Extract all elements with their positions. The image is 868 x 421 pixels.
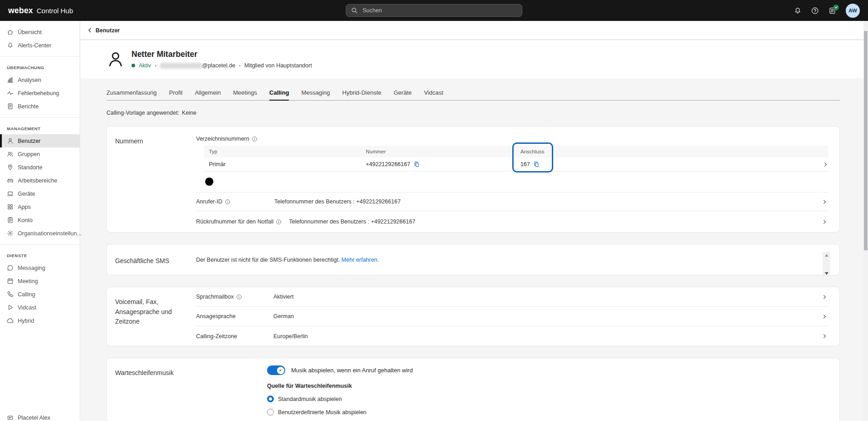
caller-id-value: Telefonnummer des Benutzers : +492212926… (274, 198, 401, 205)
card-title-numbers: Nummern (107, 127, 196, 232)
radio-button-icon[interactable] (267, 409, 274, 416)
copy-extension-icon[interactable] (533, 161, 540, 167)
pbx-icon (7, 414, 14, 421)
mini-scrollbar[interactable] (823, 252, 830, 277)
sidebar-item-konto[interactable]: Konto (0, 213, 80, 227)
tab-messaging[interactable]: Messaging (301, 89, 330, 100)
voicemail-row-sprachmailbox[interactable]: Sprachmailbox Aktiviert (196, 287, 828, 307)
tab-calling[interactable]: Calling (269, 89, 289, 100)
radio-button-icon[interactable] (267, 396, 274, 402)
row-label: Sprachmailbox (196, 294, 234, 300)
top-bar: webex Control Hub AW (0, 0, 868, 21)
global-search[interactable] (346, 4, 522, 17)
row-label: Calling-Zeitzone (196, 333, 237, 340)
tab-allgemein[interactable]: Allgemein (195, 89, 221, 100)
sidebar-item-benutzer[interactable]: Benutzer (0, 134, 80, 147)
sidebar-item-arbeitsbereiche[interactable]: Arbeitsbereiche (0, 174, 80, 187)
bell-icon (7, 42, 14, 49)
tasklist-check-icon[interactable] (828, 7, 836, 15)
page-scrollbar[interactable] (863, 21, 868, 421)
sidebar-item-label: Calling (18, 291, 35, 298)
doc-icon (7, 103, 14, 110)
webex-logo[interactable]: webex Control Hub (8, 6, 73, 15)
sidebar-item-label: Fehlerbehebung (18, 90, 59, 96)
workspace-icon (7, 177, 14, 184)
learn-more-link[interactable]: Mehr erfahren. (342, 257, 379, 263)
user-avatar-button[interactable]: AW (846, 4, 860, 18)
chevron-right-icon[interactable] (822, 199, 828, 205)
sidebar-item-ger-te[interactable]: Geräte (0, 187, 80, 200)
tab-vidcast[interactable]: Vidcast (424, 89, 443, 100)
sidebar-item-hybrid[interactable]: Hybrid (0, 314, 80, 327)
status-badge: Aktiv (139, 62, 151, 69)
home-icon (7, 29, 14, 36)
breadcrumb-back[interactable]: Benutzer (87, 27, 120, 34)
info-icon[interactable] (225, 199, 231, 205)
table-header-row: Typ Nummer Anschluss (204, 146, 828, 157)
search-input[interactable] (363, 7, 517, 14)
tab-zusammenfassung[interactable]: Zusammenfassung (106, 89, 157, 100)
chevron-right-icon[interactable] (822, 294, 828, 300)
chevron-right-icon[interactable] (823, 162, 828, 167)
chevron-right-icon[interactable] (822, 333, 828, 339)
moh-toggle[interactable] (267, 365, 285, 375)
info-icon[interactable] (236, 294, 242, 300)
moh-source-label: Quelle für Warteschleifenmusik (267, 383, 828, 389)
sidebar-item-alerts-center[interactable]: Alerts-Center (0, 39, 80, 52)
sidebar-section-title: DIENSTE (0, 249, 80, 261)
notifications-bell-icon[interactable] (794, 7, 802, 15)
scroll-down-icon[interactable] (825, 272, 828, 275)
sidebar-item-placetel-alex[interactable]: Placetel Alex (0, 411, 80, 421)
column-header-anschluss: Anschluss (516, 149, 812, 154)
info-icon[interactable] (252, 136, 257, 142)
add-number-button[interactable] (204, 177, 214, 187)
sidebar-item-label: Vidcast (18, 304, 36, 311)
row-value: German (273, 313, 294, 320)
radio-benutzerdefinierte-musik-abspielen[interactable]: Benutzerdefinierte Musik abspielen (267, 409, 828, 416)
separator: • (155, 63, 156, 68)
emergency-callback-row[interactable]: Rückrufnummer für den Notfall Telefonnum… (196, 211, 828, 232)
caller-id-row[interactable]: Anrufer-ID Telefonnummer des Benutzers :… (196, 193, 828, 211)
voicemail-rows: Sprachmailbox Aktiviert Ansagesprache Ge… (196, 287, 839, 346)
sidebar-item-gruppen[interactable]: Gruppen (0, 147, 80, 161)
sidebar-item-messaging[interactable]: Messaging (0, 261, 80, 274)
table-row-primary-number[interactable]: Primär +4922129266167 167 (204, 157, 828, 172)
copy-number-icon[interactable] (414, 161, 420, 167)
sidebar-item-calling[interactable]: Calling (0, 288, 80, 301)
sidebar-item-label: Meeting (18, 278, 38, 284)
info-icon[interactable] (276, 219, 282, 225)
sidebar-item-meeting[interactable]: Meeting (0, 274, 80, 288)
sidebar-item-fehlerbehebung[interactable]: Fehlerbehebung (0, 86, 80, 100)
numbers-card: Nummern Verzeichnisnummern Typ Nummer An… (106, 126, 840, 233)
calendar-icon (7, 278, 14, 284)
user-membership: Mitglied von Hauptstandort (244, 62, 312, 69)
chevron-right-icon[interactable] (822, 314, 828, 320)
calling-template-label: Calling-Vorlage angewendet: (106, 110, 179, 116)
sidebar-item-organisationseinstellun[interactable]: Organisationseinstellun... (0, 227, 80, 240)
sidebar-item-analysen[interactable]: Analysen (0, 73, 80, 86)
sidebar-item-vidcast[interactable]: Vidcast (0, 301, 80, 314)
sidebar-item-standorte[interactable]: Standorte (0, 161, 80, 174)
sidebar-item-bersicht[interactable]: Übersicht (0, 25, 80, 39)
tab-ger-te[interactable]: Geräte (394, 89, 412, 100)
voicemail-row-calling-zeitzone[interactable]: Calling-Zeitzone Europe/Berlin (196, 326, 828, 346)
email-domain: @placetel.de (202, 62, 235, 69)
tab-hybrid-dienste[interactable]: Hybrid-Dienste (342, 89, 381, 100)
scroll-up-icon[interactable] (825, 254, 828, 257)
breadcrumb-label: Benutzer (96, 27, 120, 34)
voicemail-row-ansagesprache[interactable]: Ansagesprache German (196, 307, 828, 326)
scrollbar-thumb[interactable] (864, 31, 868, 250)
tab-profil[interactable]: Profil (169, 89, 183, 100)
status-dot (131, 64, 135, 67)
sidebar-item-label: Standorte (18, 164, 42, 171)
cell-typ: Primär (204, 161, 361, 167)
sidebar-item-label: Analysen (18, 77, 41, 83)
radio-standardmusik-abspielen[interactable]: Standardmusik abspielen (267, 396, 828, 402)
chevron-right-icon[interactable] (822, 219, 828, 225)
sidebar-item-apps[interactable]: Apps (0, 200, 80, 213)
sidebar-item-berichte[interactable]: Berichte (0, 100, 80, 113)
help-icon[interactable] (811, 7, 819, 15)
email-redacted (160, 63, 202, 69)
sidebar-nav: ÜbersichtAlerts-CenterÜBERWACHUNGAnalyse… (0, 21, 80, 421)
tab-meetings[interactable]: Meetings (233, 89, 257, 100)
